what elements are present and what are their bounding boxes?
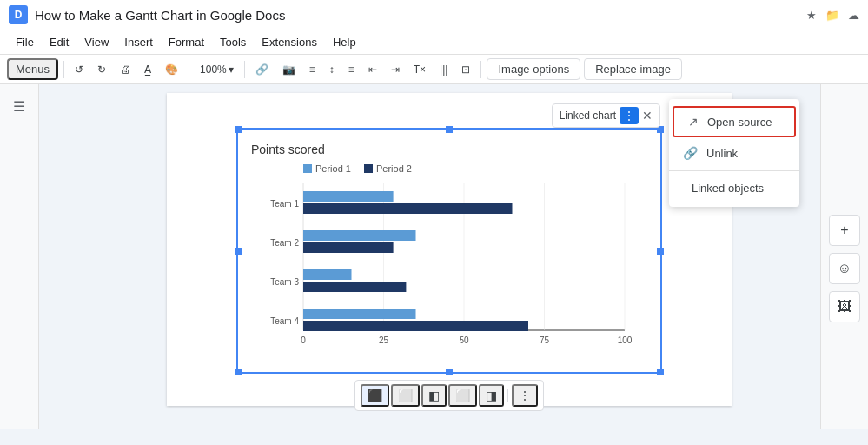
app-icon: D xyxy=(9,5,28,24)
dropdown-item-linked-objects[interactable]: Linked objects xyxy=(669,175,799,202)
link-button[interactable]: 🔗 xyxy=(250,61,274,78)
document-title: How to Make a Gantt Chart in Google Docs xyxy=(35,8,799,23)
paintformat-button[interactable]: 🎨 xyxy=(160,61,183,78)
toolbar-separator-1 xyxy=(63,61,64,78)
open-source-icon: ↗ xyxy=(688,115,699,129)
toolbar: Menus ↺ ↻ 🖨 A̲ 🎨 100% ▾ 🔗 📷 ≡ ↕ ≡ ⇤ ⇥ T×… xyxy=(0,55,868,84)
legend-dot-period2 xyxy=(364,164,373,173)
image-button[interactable]: 🖼 xyxy=(829,291,860,322)
unlink-label: Unlink xyxy=(706,147,738,160)
legend-label-period2: Period 2 xyxy=(376,163,412,174)
menu-view[interactable]: View xyxy=(77,32,116,52)
document-area: Linked chart ⋮ ✕ ↗ Open source 🔗 Unlink xyxy=(39,84,820,429)
svg-text:100: 100 xyxy=(618,335,633,345)
redo-button[interactable]: ↻ xyxy=(92,61,111,78)
svg-text:50: 50 xyxy=(459,335,469,345)
menu-extensions[interactable]: Extensions xyxy=(255,32,324,52)
align-inline-button[interactable]: ⬜ xyxy=(391,384,420,407)
resize-handle-bl[interactable] xyxy=(235,369,242,375)
indent-increase-button[interactable]: ⇥ xyxy=(386,61,405,78)
line-spacing-button[interactable]: ↕ xyxy=(324,61,340,78)
svg-text:Team 3: Team 3 xyxy=(270,277,299,287)
image-icon: 🖼 xyxy=(838,299,851,315)
linked-chart-close-button[interactable]: ✕ xyxy=(642,109,653,123)
title-icons: ★ 📁 ☁ xyxy=(806,9,859,22)
format-clear-button[interactable]: T× xyxy=(408,61,431,78)
align-left-button[interactable]: ◧ xyxy=(421,384,447,407)
open-source-label: Open source xyxy=(707,116,772,129)
chart-container[interactable]: Linked chart ⋮ ✕ ↗ Open source 🔗 Unlink xyxy=(236,128,662,374)
cloud-icon[interactable]: ☁ xyxy=(848,9,859,22)
add-icon: + xyxy=(840,222,848,238)
star-icon[interactable]: ★ xyxy=(806,9,817,22)
linked-objects-label: Linked objects xyxy=(692,182,764,195)
toolbar-separator-2 xyxy=(189,61,189,78)
document-page: Linked chart ⋮ ✕ ↗ Open source 🔗 Unlink xyxy=(167,93,732,406)
svg-rect-19 xyxy=(303,282,406,292)
align-center-button[interactable]: ⬜ xyxy=(448,384,477,407)
resize-handle-ml[interactable] xyxy=(235,248,242,255)
image-options-button[interactable]: Image options xyxy=(487,58,580,80)
resize-handle-tc[interactable] xyxy=(446,126,453,133)
legend-label-period1: Period 1 xyxy=(315,163,351,174)
list-button[interactable]: ≡ xyxy=(343,61,360,78)
folder-icon[interactable]: 📁 xyxy=(825,9,839,22)
sidebar-right: + ☺ 🖼 xyxy=(820,84,868,429)
resize-handle-bc[interactable] xyxy=(446,369,453,375)
svg-rect-12 xyxy=(303,191,394,202)
menu-format[interactable]: Format xyxy=(162,32,211,52)
replace-image-button[interactable]: Replace image xyxy=(584,58,682,80)
menu-edit[interactable]: Edit xyxy=(43,32,76,52)
dropdown-item-unlink[interactable]: 🔗 Unlink xyxy=(669,139,799,167)
legend-item-period1: Period 1 xyxy=(303,163,351,174)
indent-decrease-button[interactable]: ⇤ xyxy=(363,61,382,78)
main-area: ☰ Linked chart ⋮ ✕ xyxy=(0,84,868,429)
svg-text:Team 2: Team 2 xyxy=(270,238,299,248)
resize-handle-br[interactable] xyxy=(657,369,664,375)
align-wrap-button[interactable]: ⬛ xyxy=(361,384,389,407)
insert-image-button[interactable]: 📷 xyxy=(277,61,301,78)
svg-text:0: 0 xyxy=(301,335,306,345)
unlink-icon: 🔗 xyxy=(683,146,698,160)
menu-file[interactable]: File xyxy=(9,32,41,52)
columns-button[interactable]: ||| xyxy=(434,61,453,78)
linked-chart-more-button[interactable]: ⋮ xyxy=(620,107,639,124)
chart-title: Points scored xyxy=(251,143,647,156)
spellcheck-button[interactable]: A̲ xyxy=(139,61,156,78)
svg-rect-16 xyxy=(303,242,394,253)
undo-button[interactable]: ↺ xyxy=(70,61,89,78)
dropdown-item-open-source[interactable]: ↗ Open source xyxy=(673,106,796,137)
add-button[interactable]: + xyxy=(829,215,860,246)
svg-rect-18 xyxy=(303,269,352,280)
print-button[interactable]: 🖨 xyxy=(115,61,136,78)
menu-bar: File Edit View Insert Format Tools Exten… xyxy=(0,30,868,55)
svg-rect-15 xyxy=(303,230,416,241)
legend-item-period2: Period 2 xyxy=(364,163,412,174)
menu-help[interactable]: Help xyxy=(326,32,363,52)
svg-text:75: 75 xyxy=(540,335,550,345)
bar-chart-svg: 0 25 50 75 100 Team 1 Team 2 xyxy=(251,183,633,356)
align-right-button[interactable]: ◨ xyxy=(479,384,504,407)
dropdown-menu: ↗ Open source 🔗 Unlink Linked objects xyxy=(669,99,799,207)
crop-button[interactable]: ⊡ xyxy=(456,61,475,78)
svg-rect-13 xyxy=(303,203,513,214)
resize-handle-tl[interactable] xyxy=(235,126,242,133)
toolbar-separator-4 xyxy=(480,61,481,78)
align-button[interactable]: ≡ xyxy=(304,61,321,78)
resize-handle-mr[interactable] xyxy=(657,248,664,255)
menus-button[interactable]: Menus xyxy=(7,58,58,80)
outline-icon[interactable]: ☰ xyxy=(8,93,30,120)
svg-text:25: 25 xyxy=(379,335,389,345)
menu-tools[interactable]: Tools xyxy=(213,32,253,52)
title-bar: D How to Make a Gantt Chart in Google Do… xyxy=(0,0,868,30)
menu-insert[interactable]: Insert xyxy=(117,32,160,52)
align-toolbar: ⬛ ⬜ ◧ ⬜ ◨ ⋮ xyxy=(354,380,544,411)
linked-chart-label: Linked chart xyxy=(560,110,616,122)
svg-text:Team 4: Team 4 xyxy=(270,316,299,326)
align-more-button[interactable]: ⋮ xyxy=(512,384,538,407)
emoji-button[interactable]: ☺ xyxy=(829,253,860,284)
chart-legend: Period 1 Period 2 xyxy=(303,163,647,174)
zoom-button[interactable]: 100% ▾ xyxy=(195,61,239,78)
linked-chart-bar: Linked chart ⋮ ✕ xyxy=(552,103,660,128)
toolbar-separator-3 xyxy=(244,61,245,78)
